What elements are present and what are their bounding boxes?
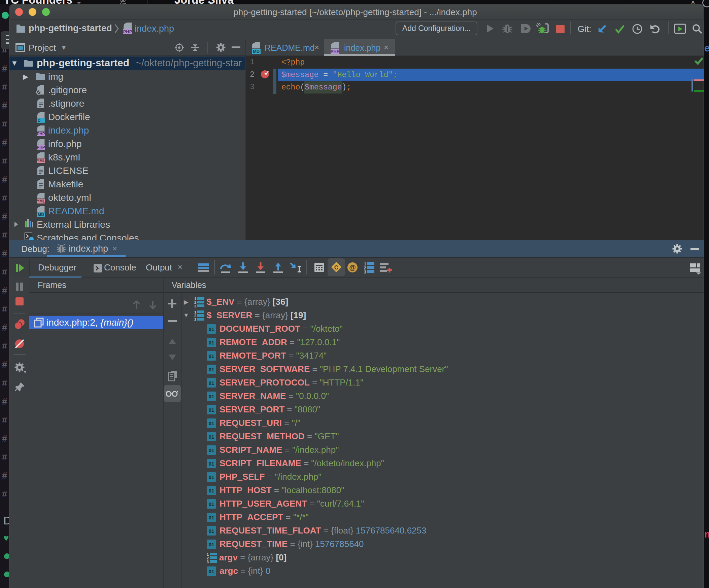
svg-text:01: 01 (209, 541, 214, 547)
svg-text:YML: YML (37, 199, 45, 203)
svg-text:01: 01 (209, 380, 214, 386)
svg-text:3: 3 (207, 560, 209, 563)
svg-text:3: 3 (194, 304, 196, 308)
svg-text:MD: MD (38, 212, 44, 217)
svg-text:01: 01 (209, 488, 214, 494)
svg-text:YML: YML (37, 159, 45, 163)
svg-text:3: 3 (194, 317, 196, 321)
svg-text:01: 01 (209, 528, 214, 534)
svg-text:01: 01 (209, 434, 214, 440)
svg-text:01: 01 (209, 474, 214, 480)
svg-text:01: 01 (209, 461, 214, 467)
svg-text:3: 3 (364, 270, 366, 274)
svg-text:01: 01 (209, 447, 214, 453)
svg-text:PHP: PHP (37, 132, 45, 136)
svg-text:01: 01 (209, 515, 214, 521)
svg-text:PHP: PHP (331, 49, 340, 54)
svg-text:01: 01 (209, 340, 214, 345)
svg-text:D: D (38, 118, 41, 123)
svg-text:C: C (334, 264, 338, 271)
svg-text:01: 01 (209, 353, 214, 359)
svg-text:01: 01 (209, 367, 214, 372)
svg-text:01: 01 (209, 420, 214, 426)
svg-text:PHP: PHP (123, 29, 132, 34)
svg-text:01: 01 (209, 501, 214, 507)
svg-text:01: 01 (209, 568, 214, 574)
svg-text:MD: MD (253, 49, 260, 54)
svg-text:01: 01 (209, 326, 214, 332)
svg-text:PHP: PHP (37, 145, 45, 150)
svg-text:@: @ (349, 264, 356, 271)
svg-text:01: 01 (209, 394, 214, 399)
svg-text:01: 01 (209, 407, 214, 413)
